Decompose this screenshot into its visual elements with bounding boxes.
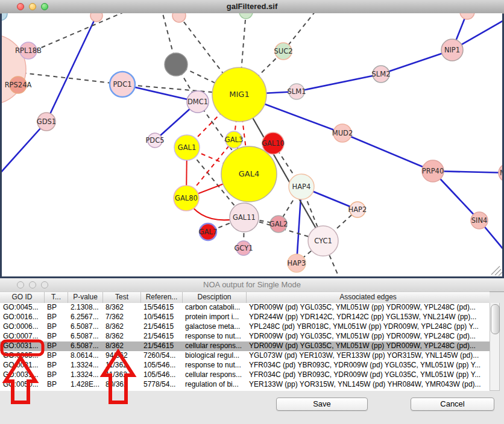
column-header-type[interactable]: T... <box>44 292 68 303</box>
node-label: SLM2 <box>372 70 391 78</box>
table-row[interactable]: GO:0045...BP2.1308...8/36215/54615carbon… <box>0 303 490 313</box>
cell-associated-edges: YDR244W (pp) YDR142C, YDR142C (pp) YGL15… <box>246 313 490 322</box>
node-corner[interactable] <box>2 13 7 20</box>
cell-p-value: 6.5087... <box>68 341 102 351</box>
column-header-test[interactable]: Test <box>102 292 140 303</box>
cell-associated-edges: YGL073W (pd) YER103W, YER133W (pp) YOR31… <box>246 351 490 361</box>
scrollbar-thumb[interactable] <box>491 304 500 334</box>
table-row[interactable]: GO:0031...BP1.3324...11/362105/546...res… <box>0 361 490 370</box>
cell-associated-edges: YDR009W (pd) YGL035C, YML051W (pp) YDR00… <box>246 341 490 351</box>
cell-type: BP <box>44 332 68 341</box>
node-label: GAL4 <box>239 169 259 178</box>
cell-description: cellular respons... <box>182 341 246 351</box>
resize-grip[interactable] <box>499 272 502 276</box>
cell-go-id: GO:0031... <box>0 361 44 370</box>
cell-go-id: GO:0031... <box>0 370 44 380</box>
noa-titlebar[interactable]: NOA output for Single Mode <box>0 278 504 292</box>
node-label: DMC1 <box>187 98 208 106</box>
column-header-go-id[interactable]: GO ID <box>0 292 44 303</box>
cell-p-value: 2.1308... <box>68 303 102 313</box>
cell-go-id: GO:0045... <box>0 303 44 313</box>
column-header-description[interactable]: Desciption <box>182 292 246 303</box>
table-row[interactable]: GO:0007...BP6.5087...8/36221/54615respon… <box>0 332 490 341</box>
cell-type: BP <box>44 380 68 390</box>
column-header-associated-edges[interactable]: Associated edges <box>246 292 490 303</box>
cell-description: cellular respons... <box>182 370 246 380</box>
cell-p-value: 1.428E... <box>68 380 102 390</box>
node-label: GAL80 <box>175 194 198 202</box>
cell-test: 11/362 <box>102 370 140 380</box>
column-header-reference[interactable]: Referen... <box>140 292 182 303</box>
cell-p-value: 1.3324... <box>68 370 102 380</box>
node-label: GDS1 <box>37 117 56 126</box>
cell-go-id: GO:0007... <box>0 332 44 341</box>
node-label: CYC1 <box>314 237 332 245</box>
node-tg[interactable] <box>239 13 253 19</box>
noa-window-title: NOA output for Single Mode <box>0 278 504 292</box>
resize-grip[interactable] <box>491 266 500 275</box>
cell-go-id: GO:0050... <box>0 380 44 390</box>
table-row[interactable]: GO:0031...BP6.5087...8/36221/54615cellul… <box>0 341 490 351</box>
cell-type: BP <box>44 361 68 370</box>
save-button[interactable]: Save <box>276 398 368 411</box>
cell-description: biological regul... <box>182 351 246 361</box>
edge <box>46 16 96 122</box>
cell-reference: 10/54615 <box>140 313 182 322</box>
table-row[interactable]: GO:0006...BP6.5087...8/36221/54615galact… <box>0 322 490 332</box>
node-grayNode[interactable] <box>165 53 187 76</box>
cell-reference: 105/546... <box>140 370 182 380</box>
cell-reference: 21/54615 <box>140 341 182 351</box>
table-header: GO ID T... P-value Test Referen... Desci… <box>0 292 490 304</box>
cell-reference: 105/546... <box>140 361 182 370</box>
cell-type: BP <box>44 351 68 361</box>
cell-associated-edges: YPL248C (pd) YBR018C, YML051W (pp) YDR00… <box>246 322 490 332</box>
cell-p-value: 6.2567... <box>68 313 102 322</box>
table-row[interactable]: GO:0031...BP1.3324...11/362105/546...cel… <box>0 370 490 380</box>
table-row[interactable]: GO:0016...BP6.2567...7/36210/54615protei… <box>0 313 490 322</box>
cell-test: 8/362 <box>102 341 140 351</box>
cell-p-value: 6.5087... <box>68 332 102 341</box>
node-label: SIN4 <box>471 216 488 225</box>
column-header-p-value[interactable]: P-value <box>68 292 102 303</box>
cell-type: BP <box>44 303 68 313</box>
cell-reference: 7260/54... <box>140 351 182 361</box>
node-tp3[interactable] <box>460 13 474 19</box>
cell-description: carbon cataboli... <box>182 303 246 313</box>
network-canvas[interactable]: RPL18BRPS24AGDS1PDC1PDC5DMC1MIG1SUC2SLM1… <box>2 13 502 276</box>
cell-type: BP <box>44 313 68 322</box>
cell-go-id: GO:0006... <box>0 322 44 332</box>
cell-associated-edges: YDR009W (pd) YGL035C, YML051W (pp) YDR00… <box>246 332 490 341</box>
cell-go-id: GO:0065... <box>0 351 44 361</box>
table-row[interactable]: GO:0050...BP1.428E...80/3625778/54...reg… <box>0 380 490 390</box>
node-label: GAL3 <box>225 136 244 144</box>
cell-p-value: 8.0614... <box>68 351 102 361</box>
cell-reference: 15/54615 <box>140 303 182 313</box>
node-label: RPL18B <box>15 46 42 55</box>
cell-go-id: GO:0016... <box>0 313 44 322</box>
cell-associated-edges: YER133W (pp) YOR315W, YNL145W (pd) YHR08… <box>246 380 490 390</box>
cell-type: BP <box>44 370 68 380</box>
cell-associated-edges: YFR034C (pd) YBR093C, YDR009W (pd) YGL03… <box>246 361 490 370</box>
node-label: GAL10 <box>262 139 285 148</box>
network-graph: RPL18BRPS24AGDS1PDC1PDC5DMC1MIG1SUC2SLM1… <box>2 13 502 276</box>
node-label: GCY1 <box>234 244 253 252</box>
vertical-scrollbar[interactable] <box>490 303 500 391</box>
node-label: SLM1 <box>288 87 306 96</box>
cancel-button[interactable]: Cancel <box>411 398 494 411</box>
node-label: GAL1 <box>178 143 197 152</box>
cell-p-value: 1.3324... <box>68 361 102 370</box>
edge <box>297 74 381 92</box>
node-label: PDC5 <box>145 136 164 145</box>
cell-description: protein import i... <box>182 313 246 322</box>
node-label: MIG1 <box>229 90 249 99</box>
network-titlebar[interactable]: galFiltered.sif <box>0 0 504 14</box>
node-label: SUC2 <box>274 47 292 55</box>
table-row[interactable]: GO:0065...BP8.0614...94/3627260/54...bio… <box>0 351 490 361</box>
cell-p-value: 6.5087... <box>68 322 102 332</box>
edge <box>342 133 433 171</box>
node-tp2[interactable] <box>172 13 186 22</box>
node-tp1[interactable] <box>90 13 102 22</box>
cell-test: 94/362 <box>102 351 140 361</box>
cell-type: BP <box>44 341 68 351</box>
cell-test: 8/362 <box>102 303 140 313</box>
